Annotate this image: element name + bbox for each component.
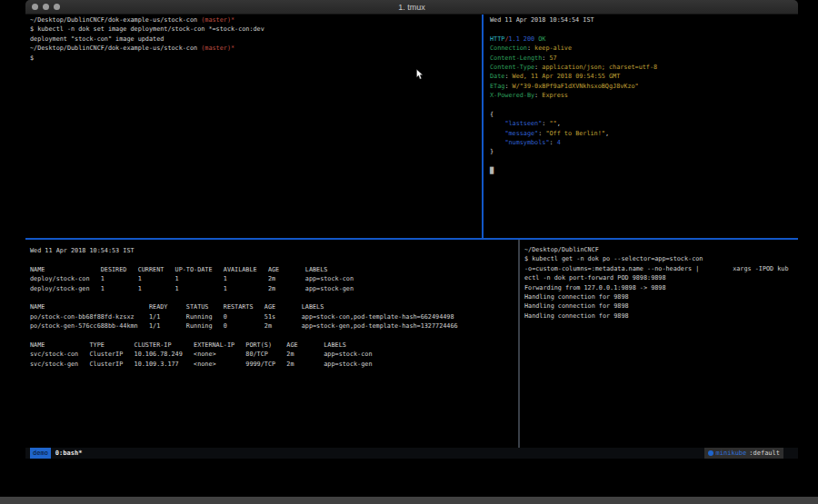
terminal-line: } <box>490 147 798 156</box>
terminal-line <box>490 101 798 110</box>
pane-bottom-right-port-forward[interactable]: ~/Desktop/DublinCNCF$ kubectl get -n dok… <box>520 240 798 448</box>
terminal-line: NAME DESIRED CURRENT UP-TO-DATE AVAILABL… <box>30 265 518 274</box>
terminal-text-segment: █ <box>490 167 494 174</box>
terminal-line: Handling connection for 9898 <box>524 301 798 311</box>
terminal-text-segment: 57 <box>549 54 556 62</box>
terminal-line: Handling connection for 9898 <box>524 292 798 301</box>
terminal-text-segment: ~/Desktop/DublinCNCF <box>524 246 599 253</box>
tmux-status-bar: demo 0:bash* minikube:default <box>25 448 798 459</box>
terminal-text-segment: deployment "stock-con" image updated <box>30 35 164 43</box>
window-titlebar[interactable]: 1. tmux <box>25 0 798 15</box>
terminal-text-segment: Wed 11 Apr 2018 10:54:53 IST <box>30 247 135 254</box>
pane-top-left-shell[interactable]: ~/Desktop/DublinCNCF/dok-example-us/stoc… <box>25 15 482 238</box>
terminal-text-segment: "lastseen" <box>504 120 542 127</box>
terminal-text-segment: ~/Desktop/DublinCNCF/dok-example-us/stoc… <box>30 16 201 24</box>
terminal-line: po/stock-gen-576cc688bb-44kmn 1/1 Runnin… <box>30 321 518 331</box>
terminal-line: $ kubectl -n dok set image deployment/st… <box>30 25 482 34</box>
terminal-text-segment: , <box>557 120 561 127</box>
terminal-text-segment: po/stock-gen-576cc688bb-44kmn 1/1 Runnin… <box>30 322 458 330</box>
terminal-line: NAME TYPE CLUSTER-IP EXTERNAL-IP PORT(S)… <box>30 341 518 350</box>
terminal-text-segment: Wed 11 Apr 2018 10:54:54 IST <box>490 16 594 24</box>
terminal-line: deploy/stock-gen 1 1 1 1 2m app=stock-ge… <box>30 284 518 293</box>
terminal-text-segment: "" <box>549 120 556 127</box>
terminal-line: -o=custom-columns=:metadata.name --no-he… <box>524 264 798 273</box>
desktop: { "window": { "title": "1. tmux", "traff… <box>0 0 818 504</box>
terminal-text-segment: 4 <box>557 139 561 146</box>
terminal-text-segment: OK <box>538 35 545 43</box>
terminal-text-segment: ~/Desktop/DublinCNCF/dok-example-us/stoc… <box>30 44 201 52</box>
terminal-line <box>490 157 798 166</box>
terminal-text-segment: po/stock-con-bb68f88fd-kzsxz 1/1 Running… <box>30 313 454 321</box>
terminal-line: Content-Length: 57 <box>490 54 798 63</box>
terminal-line <box>490 25 798 34</box>
terminal-text-segment: Content-Type <box>490 64 534 71</box>
terminal-text-segment: deploy/stock-con 1 1 1 1 2m app=stock-co… <box>30 275 354 282</box>
terminal-text-segment <box>490 139 504 146</box>
terminal-text-segment: : <box>527 44 534 52</box>
terminal-line: "message": "Off to Berlin!", <box>490 129 798 138</box>
terminal-line: { <box>490 110 798 119</box>
terminal-line: svc/stock-con ClusterIP 10.106.78.249 <n… <box>30 350 518 359</box>
pane-top-right-http-response[interactable]: Wed 11 Apr 2018 10:54:54 IST HTTP/1.1 20… <box>484 15 798 238</box>
terminal-text-segment: : <box>549 139 556 146</box>
terminal-text-segment: deploy/stock-gen 1 1 1 1 2m app=stock-ge… <box>30 285 354 292</box>
pane-bottom-left-kubectl-get[interactable]: Wed 11 Apr 2018 10:54:53 IST NAME DESIRE… <box>25 240 518 448</box>
terminal-text-segment: W/"39-0xBPf9aF1dXVNkhsxoBQgJ8vKzo" <box>513 83 639 90</box>
terminal-text-segment: { <box>490 111 494 118</box>
terminal-text-segment: } <box>490 148 494 155</box>
terminal-text-segment: (master)* <box>201 16 234 24</box>
terminal-line: svc/stock-gen ClusterIP 10.109.3.177 <no… <box>30 360 518 369</box>
terminal-line: Wed 11 Apr 2018 10:54:53 IST <box>30 246 518 255</box>
mouse-pointer-icon <box>416 69 424 80</box>
terminal-text-segment: : <box>504 73 512 80</box>
session-name-badge: demo <box>30 448 51 459</box>
terminal-text-segment: (master)* <box>201 44 234 52</box>
kube-context-name: minikube <box>716 448 747 459</box>
terminal-line <box>30 293 518 302</box>
terminal-text-segment: Forwarding from 127.0.0.1:9898 -> 9898 <box>524 284 666 292</box>
tmux-window-tab[interactable]: 0:bash* <box>55 448 83 459</box>
terminal-text-segment: keep-alive <box>534 44 572 52</box>
terminal-line: ETag: W/"39-0xBPf9aF1dXVNkhsxoBQgJ8vKzo" <box>490 82 798 91</box>
kubernetes-helm-icon <box>708 450 713 456</box>
terminal-text-segment: "Off to Berlin!" <box>545 130 604 137</box>
terminal-line: po/stock-con-bb68f88fd-kzsxz 1/1 Running… <box>30 312 518 321</box>
terminal-text-segment: Connection <box>490 44 527 52</box>
terminal-line: deploy/stock-con 1 1 1 1 2m app=stock-co… <box>30 274 518 283</box>
terminal-line <box>30 255 518 264</box>
terminal-text-segment: svc/stock-gen ClusterIP 10.109.3.177 <no… <box>30 361 372 368</box>
terminal-text-segment: application/json; charset=utf-8 <box>542 64 657 71</box>
terminal-line: ectl -n dok port-forward POD 9898:9898 <box>524 273 798 282</box>
terminal-line: Wed 11 Apr 2018 10:54:54 IST <box>490 15 798 25</box>
terminal-line: ~/Desktop/DublinCNCF/dok-example-us/stoc… <box>30 44 482 53</box>
terminal-line: deployment "stock-con" image updated <box>30 35 482 44</box>
terminal-window: 1. tmux ~/Desktop/DublinCNCF/dok-example… <box>25 0 798 497</box>
terminal-text-segment: , <box>605 130 609 137</box>
terminal-line: $ kubectl get -n dok po --selector=app=s… <box>524 254 798 263</box>
terminal-text-segment: Wed, 11 Apr 2018 09:54:55 GMT <box>513 73 621 80</box>
terminal-line: Forwarding from 127.0.0.1:9898 -> 9898 <box>524 283 798 292</box>
terminal-text-segment: Handling connection for 9898 <box>524 302 629 310</box>
tmux-terminal: ~/Desktop/DublinCNCF/dok-example-us/stoc… <box>25 15 798 497</box>
terminal-text-segment <box>490 120 504 127</box>
terminal-text-segment: -o=custom-columns=:metadata.name --no-he… <box>524 265 789 272</box>
terminal-text-segment: Express <box>542 92 568 99</box>
terminal-text-segment: NAME TYPE CLUSTER-IP EXTERNAL-IP PORT(S)… <box>30 341 346 349</box>
terminal-text-segment: ETag <box>490 83 504 90</box>
terminal-text-segment: Date <box>490 73 504 80</box>
terminal-line: NAME READY STATUS RESTARTS AGE LABELS <box>30 302 518 311</box>
terminal-line: HTTP/1.1 200 OK <box>490 35 798 44</box>
screen-bottom-strip <box>0 497 818 504</box>
terminal-text-segment: $ <box>30 54 34 62</box>
terminal-text-segment: svc/stock-con ClusterIP 10.106.78.249 <n… <box>30 351 372 358</box>
terminal-text-segment: NAME READY STATUS RESTARTS AGE LABELS <box>30 303 324 311</box>
kube-context-namespace: :default <box>749 448 780 459</box>
terminal-text-segment: "numsymbols" <box>504 139 549 146</box>
terminal-text-segment: 1.1 200 <box>508 35 534 43</box>
terminal-line: ~/Desktop/DublinCNCF/dok-example-us/stoc… <box>30 15 482 25</box>
terminal-text-segment: $ kubectl get -n dok po --selector=app=s… <box>524 255 703 262</box>
terminal-line: █ <box>490 166 798 175</box>
terminal-line: Content-Type: application/json; charset=… <box>490 63 798 72</box>
terminal-text-segment: NAME DESIRED CURRENT UP-TO-DATE AVAILABL… <box>30 266 327 273</box>
terminal-line: Handling connection for 9898 <box>524 311 798 321</box>
